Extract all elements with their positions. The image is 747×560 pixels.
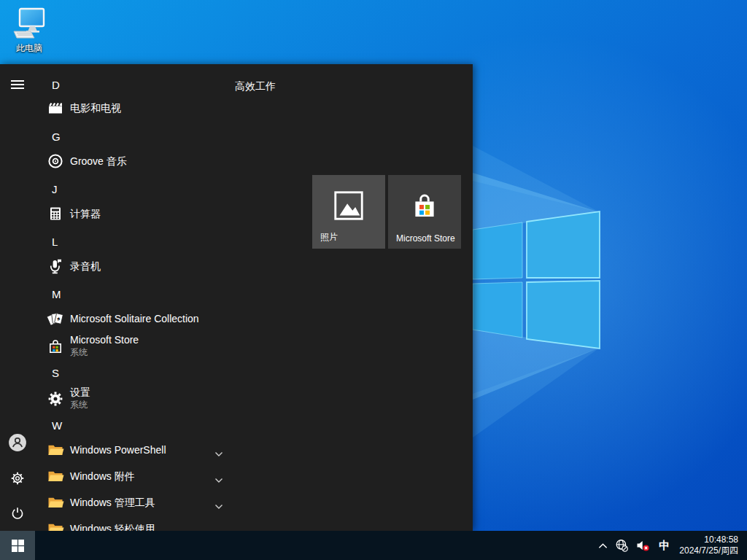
power-icon: [9, 505, 26, 521]
photos-icon: [332, 189, 365, 225]
show-hidden-icons-button[interactable]: [595, 531, 611, 560]
tile-group-title[interactable]: 高效工作: [235, 80, 276, 93]
ime-indicator[interactable]: 中: [654, 531, 675, 560]
windows-logo-icon: [12, 540, 24, 552]
clock-time: 10:48:58: [704, 534, 738, 545]
desktop-icon-label: 此电脑: [16, 42, 42, 55]
folder-icon: [47, 520, 64, 531]
folder-icon: [47, 441, 64, 459]
app-label: 电影和电视: [70, 102, 121, 114]
chevron-down-icon[interactable]: [214, 499, 223, 505]
letter-header-m[interactable]: M: [36, 285, 241, 303]
app-subtitle: 系统: [70, 346, 139, 359]
start-menu-tile-area: 高效工作 照片: [235, 64, 473, 531]
app-label: 计算器: [70, 208, 101, 220]
letter-label: J: [52, 183, 58, 195]
letter-label: D: [52, 79, 60, 91]
user-account-button[interactable]: [0, 425, 35, 460]
letter-label: G: [52, 131, 61, 143]
taskbar: 中 10:48:58 2024/7/25/周四: [0, 531, 747, 560]
letter-header-d[interactable]: D: [36, 76, 241, 93]
folder-label: Windows 附件: [70, 470, 135, 483]
chevron-down-icon[interactable]: [214, 447, 223, 453]
start-menu-rail: [0, 64, 36, 531]
this-pc-icon: [12, 7, 47, 41]
speaker-muted-icon: [636, 540, 650, 552]
store-bag-icon: [409, 190, 440, 225]
letter-header-s[interactable]: S: [36, 364, 241, 381]
folder-icon: [47, 467, 64, 485]
app-label: Microsoft Solitaire Collection: [70, 313, 199, 325]
letter-header-l[interactable]: L: [36, 233, 241, 250]
chevron-down-icon[interactable]: [214, 526, 223, 531]
chevron-up-icon: [598, 542, 608, 549]
chevron-down-icon[interactable]: [214, 473, 223, 479]
voice-recorder-icon: [47, 257, 64, 275]
windows-desktop: 此电脑: [0, 0, 747, 560]
solitaire-icon: ♠: [47, 310, 64, 327]
tile-label: Microsoft Store: [396, 233, 455, 244]
app-label: Microsoft Store: [70, 334, 139, 346]
app-subtitle: 系统: [70, 399, 90, 411]
power-button[interactable]: [0, 496, 35, 531]
app-label: 录音机: [70, 260, 101, 273]
system-tray: 中 10:48:58 2024/7/25/周四: [595, 531, 747, 560]
volume-button[interactable]: [632, 531, 654, 560]
gear-icon: [9, 470, 26, 486]
folder-label: Windows 轻松使用: [70, 523, 155, 532]
letter-label: L: [52, 236, 58, 248]
desktop-icon-this-pc[interactable]: 此电脑: [6, 7, 53, 57]
settings-rail-button[interactable]: [0, 461, 35, 496]
start-button[interactable]: [0, 531, 35, 560]
hamburger-icon: [10, 79, 25, 90]
user-icon: [8, 433, 27, 452]
expand-menu-button[interactable]: [0, 67, 35, 102]
settings-gear-icon: [47, 390, 64, 408]
start-menu: D 电影和电视 G: [0, 64, 473, 531]
calculator-icon: [47, 205, 64, 222]
folder-label: Windows 管理工具: [70, 497, 155, 509]
tile-photos[interactable]: 照片: [312, 175, 385, 249]
clock-date: 2024/7/25/周四: [679, 545, 738, 556]
folder-icon: [47, 494, 64, 511]
letter-label: M: [52, 288, 61, 300]
letter-label: S: [52, 367, 59, 379]
tile-label: 照片: [320, 231, 338, 244]
globe-no-internet-icon: [615, 539, 629, 552]
network-status-button[interactable]: [611, 531, 632, 560]
letter-header-j[interactable]: J: [36, 180, 241, 198]
letter-header-g[interactable]: G: [36, 128, 241, 145]
letter-header-w[interactable]: W: [36, 416, 241, 434]
letter-label: W: [52, 419, 62, 432]
app-label: Groove 音乐: [70, 155, 127, 168]
groove-music-icon: [47, 152, 64, 170]
tile-microsoft-store[interactable]: Microsoft Store: [388, 175, 461, 249]
taskbar-clock[interactable]: 10:48:58 2024/7/25/周四: [675, 534, 741, 556]
store-bag-icon: [47, 338, 64, 355]
app-label: 设置: [70, 386, 90, 399]
movies-tv-icon: [47, 99, 64, 117]
folder-label: Windows PowerShell: [70, 444, 166, 456]
